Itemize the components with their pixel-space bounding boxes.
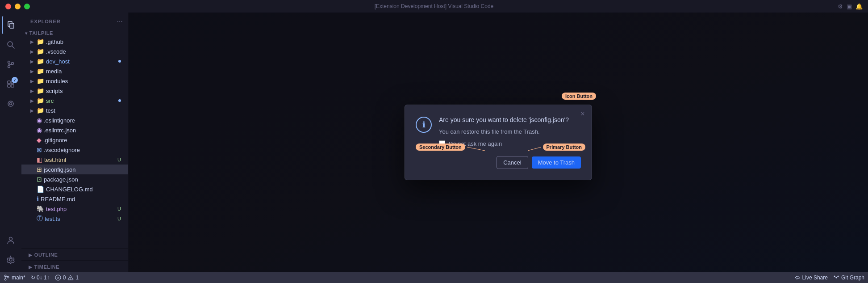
outline-text: OUTLINE xyxy=(34,252,58,258)
file-icon: ⊞ xyxy=(37,166,42,173)
maximize-button[interactable] xyxy=(24,4,30,9)
minimize-button[interactable] xyxy=(15,4,21,9)
folder-icon: 📁 xyxy=(37,38,44,45)
svg-point-25 xyxy=(71,279,71,279)
statusbar-branch[interactable]: main* xyxy=(4,275,25,281)
secondary-annotation-group: Secondary Button xyxy=(416,143,485,152)
tree-item-testts[interactable]: ▶ Ⓣ test.ts U xyxy=(21,214,128,224)
folder-icon: 📁 xyxy=(37,107,44,114)
tree-item-changelog[interactable]: ▶ 📄 CHANGELOG.md xyxy=(21,184,128,194)
file-icon: ⊡ xyxy=(37,176,42,183)
files-icon xyxy=(6,20,16,30)
tree-item-packagejson[interactable]: ▶ ⊡ package.json xyxy=(21,174,128,184)
bell-icon: 🔔 xyxy=(855,3,863,10)
tree-item-label: .gitignore xyxy=(43,137,125,144)
activity-bottom xyxy=(2,231,20,272)
svg-line-29 xyxy=(835,276,836,278)
tree-item-eslintignore[interactable]: ▶ ◉ .eslintignore xyxy=(21,115,128,125)
tree-item-jsconfig[interactable]: ▶ ⊞ jsconfig.json xyxy=(21,165,128,174)
tree-item-media[interactable]: ▶ 📁 media xyxy=(21,66,128,76)
svg-line-16 xyxy=(528,147,541,151)
tree-item-eslintrc[interactable]: ▶ ◉ .eslintrc.json xyxy=(21,125,128,135)
folder-icon: 📁 xyxy=(37,48,44,55)
folder-arrow: ▶ xyxy=(30,49,36,54)
cancel-button[interactable]: Cancel xyxy=(497,156,528,169)
tree-item-label: README.md xyxy=(41,196,125,203)
tree-item-testphp[interactable]: ▶ 🐘 test.php U xyxy=(21,204,128,214)
folder-arrow: ▶ xyxy=(30,98,36,103)
tree-item-src[interactable]: ▶ 📁 src xyxy=(21,96,128,106)
activity-item-remote[interactable] xyxy=(2,95,20,113)
statusbar-liveshare[interactable]: Live Share xyxy=(794,275,828,281)
timeline-label[interactable]: ▶ TIMELINE xyxy=(25,262,125,270)
extensions-badge: 7 xyxy=(12,77,18,83)
tree-item-label: dev_host xyxy=(46,58,118,65)
dialog-close-button[interactable]: × xyxy=(577,109,588,119)
folder-icon: 📁 xyxy=(37,97,44,104)
gitgraph-label: Git Graph xyxy=(841,275,864,281)
untracked-badge: U xyxy=(117,157,121,162)
primary-annotation-group: Primary Button xyxy=(528,143,585,152)
activity-item-explorer[interactable] xyxy=(2,16,20,34)
branch-name: main* xyxy=(12,275,25,281)
window-controls[interactable] xyxy=(5,4,30,9)
secondary-button-annotation: Secondary Button xyxy=(416,144,465,151)
svg-point-14 xyxy=(9,258,12,261)
tree-item-modules[interactable]: ▶ 📁 modules xyxy=(21,76,128,86)
tree-item-vscodeignore[interactable]: ▶ ⊠ .vscodeignore xyxy=(21,145,128,155)
close-button[interactable] xyxy=(5,4,11,9)
warning-count: 1 xyxy=(75,275,79,281)
tree-item-gitignore[interactable]: ▶ ◆ .gitignore xyxy=(21,135,128,145)
svg-rect-8 xyxy=(8,81,10,84)
tree-item-label: jsconfig.json xyxy=(44,166,125,173)
folder-arrow: ▶ xyxy=(30,59,36,64)
tree-item-label: .eslintignore xyxy=(44,117,125,124)
annotation-line-primary xyxy=(528,143,541,152)
folder-arrow: ▶ xyxy=(30,108,36,113)
tree-item-github[interactable]: ▶ 📁 .github xyxy=(21,37,128,46)
tree-item-test[interactable]: ▶ 📁 test xyxy=(21,106,128,115)
move-to-trash-button[interactable]: Move to Trash xyxy=(532,156,581,169)
svg-point-2 xyxy=(8,42,13,46)
activity-item-search[interactable] xyxy=(2,36,20,54)
sidebar-more-button[interactable]: ··· xyxy=(117,17,123,25)
tree-item-label: CHANGELOG.md xyxy=(46,186,125,193)
error-count: 0 xyxy=(63,275,66,281)
outline-arrow: ▶ xyxy=(29,253,33,258)
file-icon: ⊠ xyxy=(37,146,42,153)
activity-item-account[interactable] xyxy=(2,231,20,249)
dialog-footer: Secondary Button Cancel Move to Trash xyxy=(416,156,581,169)
tree-item-testhtml[interactable]: ▶ ◧ test.html U xyxy=(21,155,128,165)
tree-item-readme[interactable]: ▶ ℹ README.md xyxy=(21,194,128,204)
statusbar-sync[interactable]: ↻ 0↓ 1↑ xyxy=(31,275,50,281)
outline-label[interactable]: ▶ OUTLINE xyxy=(25,250,125,258)
activity-item-extensions[interactable]: 7 xyxy=(2,75,20,93)
tree-item-label: test.php xyxy=(46,206,117,212)
tree-item-devhost[interactable]: ▶ 📁 dev_host xyxy=(21,56,128,66)
activity-item-source-control[interactable] xyxy=(2,55,20,73)
statusbar-gitgraph[interactable]: Git Graph xyxy=(833,275,864,281)
file-icon: 📄 xyxy=(37,186,44,193)
liveshare-label: Live Share xyxy=(802,275,828,281)
tree-item-label: test xyxy=(46,107,125,114)
timeline-text: TIMELINE xyxy=(34,264,60,270)
svg-line-15 xyxy=(467,147,485,151)
timeline-arrow: ▶ xyxy=(29,265,33,270)
folder-arrow: ▶ xyxy=(30,39,36,44)
tree-item-scripts[interactable]: ▶ 📁 scripts xyxy=(21,86,128,96)
svg-point-19 xyxy=(7,276,9,278)
activity-item-settings[interactable] xyxy=(2,251,20,269)
folder-arrow: ▶ xyxy=(30,69,36,74)
icon-button-annotation-group: Icon Button xyxy=(562,93,596,100)
gitgraph-icon xyxy=(833,275,839,281)
settings-icon: ⚙ xyxy=(838,3,843,10)
tree-item-label: package.json xyxy=(44,176,125,183)
info-icon: ℹ xyxy=(422,120,426,130)
statusbar-errors[interactable]: 0 1 xyxy=(55,275,79,281)
primary-actions-group: Move to Trash Primary Button xyxy=(532,156,581,169)
tree-item-vscode[interactable]: ▶ 📁 .vscode xyxy=(21,46,128,56)
tree-item-label: src xyxy=(46,97,118,104)
svg-line-3 xyxy=(12,46,14,48)
project-section[interactable]: ▾ TAILPILE xyxy=(21,29,128,37)
editor-area: Icon Button × ℹ Are you sure you want to… xyxy=(129,13,868,272)
